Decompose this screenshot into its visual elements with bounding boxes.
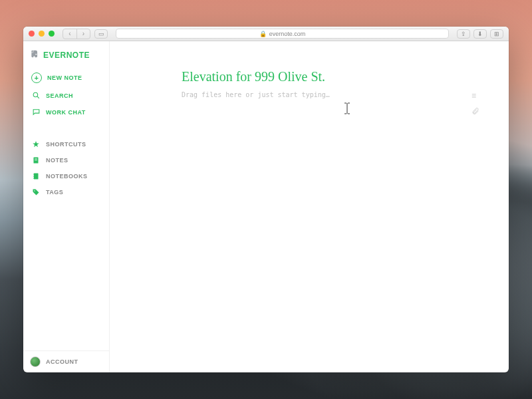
minimize-window-button[interactable] bbox=[39, 31, 45, 37]
svg-rect-6 bbox=[33, 174, 35, 175]
notes-nav[interactable]: NOTES bbox=[23, 152, 109, 168]
share-icon: ⇪ bbox=[461, 31, 466, 37]
browser-chrome: ‹ › ▭ 🔒 evernote.com ⇪ ⬇ bbox=[23, 27, 509, 41]
chevron-left-icon: ‹ bbox=[68, 30, 70, 37]
download-icon: ⬇ bbox=[477, 31, 483, 37]
svg-rect-3 bbox=[35, 159, 37, 160]
shortcuts-nav[interactable]: SHORTCUTS bbox=[23, 136, 109, 152]
address-bar[interactable]: 🔒 evernote.com bbox=[116, 29, 449, 39]
window-controls bbox=[29, 31, 55, 37]
sidebar-toggle-button[interactable]: ▭ bbox=[94, 29, 108, 39]
plus-circle-icon: + bbox=[31, 72, 42, 83]
sidebar-spacer bbox=[23, 120, 109, 136]
tabs-icon: ⊞ bbox=[494, 31, 499, 37]
svg-line-1 bbox=[37, 96, 39, 98]
shortcuts-label: SHORTCUTS bbox=[46, 141, 86, 148]
chat-icon bbox=[31, 108, 41, 116]
tags-nav[interactable]: TAGS bbox=[23, 184, 109, 200]
maximize-window-button[interactable] bbox=[49, 31, 55, 37]
note-editor: ≡ bbox=[110, 41, 509, 372]
attachment-icon[interactable] bbox=[471, 107, 479, 117]
forward-button[interactable]: › bbox=[76, 29, 90, 39]
nav-buttons: ‹ › bbox=[63, 29, 90, 39]
note-body-input[interactable] bbox=[182, 91, 465, 331]
more-icon[interactable]: ≡ bbox=[471, 91, 479, 100]
brand-label: EVERNOTE bbox=[43, 51, 90, 60]
svg-point-9 bbox=[34, 190, 35, 192]
sidebar-nav: SHORTCUTS NOTES NOTEBOOKS bbox=[23, 136, 109, 200]
account-label: ACCOUNT bbox=[46, 358, 78, 365]
browser-window: ‹ › ▭ 🔒 evernote.com ⇪ ⬇ bbox=[23, 27, 509, 372]
avatar-icon bbox=[30, 356, 41, 367]
new-note-label: NEW NOTE bbox=[47, 74, 82, 81]
notes-label: NOTES bbox=[46, 157, 68, 164]
tags-label: TAGS bbox=[46, 189, 63, 196]
lock-icon: 🔒 bbox=[259, 31, 267, 37]
downloads-button[interactable]: ⬇ bbox=[473, 29, 487, 39]
svg-rect-7 bbox=[33, 176, 35, 177]
notebooks-nav[interactable]: NOTEBOOKS bbox=[23, 168, 109, 184]
url-text: evernote.com bbox=[269, 31, 306, 37]
browser-toolbar-right: ⇪ ⬇ ⊞ bbox=[457, 29, 503, 39]
chevron-right-icon: › bbox=[82, 30, 84, 37]
close-window-button[interactable] bbox=[29, 31, 35, 37]
new-note-button[interactable]: + NEW NOTE bbox=[23, 68, 109, 87]
sidebar-primary: + NEW NOTE SEARCH WORK CHAT bbox=[23, 68, 109, 120]
work-chat-label: WORK CHAT bbox=[46, 109, 86, 116]
svg-rect-5 bbox=[34, 174, 39, 180]
back-button[interactable]: ‹ bbox=[63, 29, 76, 39]
tag-icon bbox=[31, 188, 41, 196]
notebooks-label: NOTEBOOKS bbox=[46, 173, 88, 180]
app-body: EVERNOTE + NEW NOTE SEARCH bbox=[23, 41, 509, 372]
evernote-logo-icon bbox=[30, 49, 39, 61]
share-button[interactable]: ⇪ bbox=[457, 29, 470, 39]
svg-rect-8 bbox=[33, 178, 35, 179]
desktop-background: ‹ › ▭ 🔒 evernote.com ⇪ ⬇ bbox=[0, 0, 532, 399]
search-label: SEARCH bbox=[46, 92, 73, 99]
sidebar: EVERNOTE + NEW NOTE SEARCH bbox=[23, 41, 110, 372]
note-body-tools: ≡ bbox=[471, 91, 479, 117]
search-button[interactable]: SEARCH bbox=[23, 87, 109, 104]
tabs-button[interactable]: ⊞ bbox=[490, 29, 503, 39]
panel-icon: ▭ bbox=[98, 31, 104, 37]
star-icon bbox=[31, 140, 41, 148]
work-chat-button[interactable]: WORK CHAT bbox=[23, 104, 109, 120]
svg-rect-4 bbox=[35, 160, 37, 161]
note-icon bbox=[31, 156, 41, 164]
search-icon bbox=[31, 91, 41, 100]
notebook-icon bbox=[31, 172, 41, 180]
svg-point-0 bbox=[33, 92, 38, 97]
sidebar-flex-spacer bbox=[23, 200, 109, 350]
brand[interactable]: EVERNOTE bbox=[23, 47, 109, 68]
note-title-input[interactable] bbox=[182, 69, 479, 84]
account-button[interactable]: ACCOUNT bbox=[23, 350, 109, 372]
